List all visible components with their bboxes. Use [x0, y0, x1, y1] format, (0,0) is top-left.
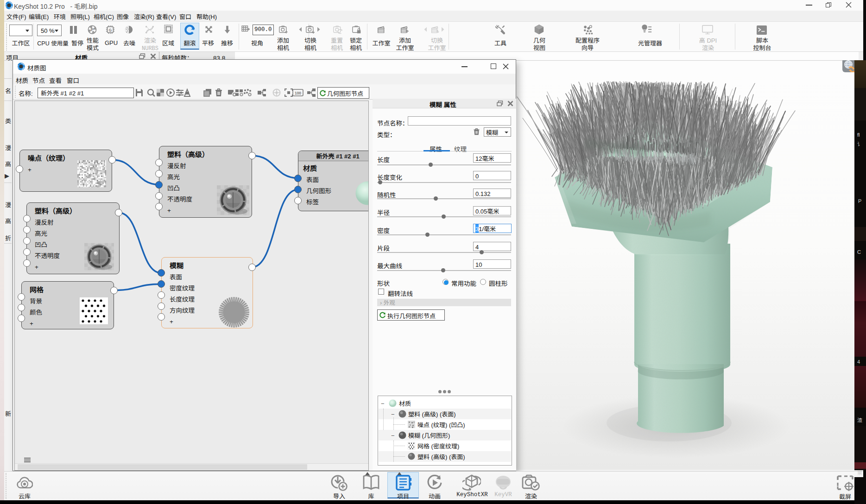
svg-text:P: P — [91, 27, 94, 32]
svg-text:G: G — [109, 28, 112, 32]
svg-text:100: 100 — [295, 91, 301, 95]
